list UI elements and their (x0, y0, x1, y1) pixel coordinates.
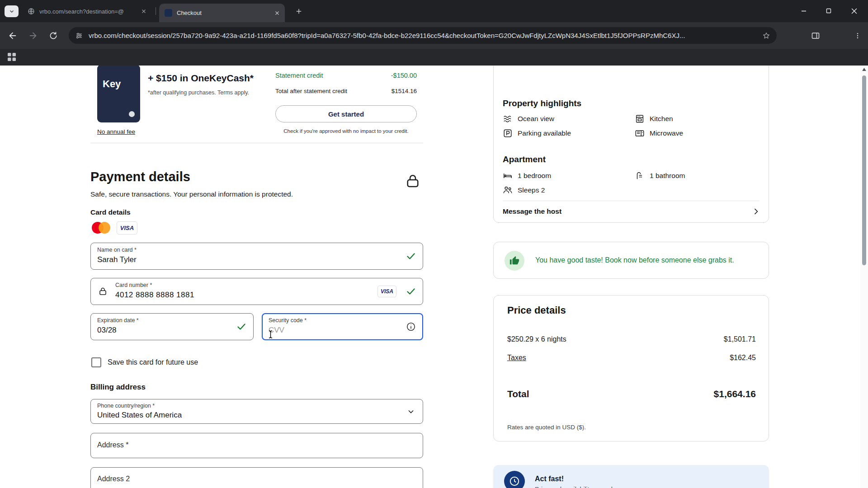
highlight-item: Ocean view (503, 114, 554, 124)
valid-check-icon (406, 251, 416, 262)
apartment-title: Apartment (503, 155, 546, 164)
good-taste-text: You have good taste! Book now before som… (535, 256, 734, 264)
side-panel-icon[interactable] (810, 30, 821, 42)
security-code-input[interactable] (269, 326, 368, 335)
scrollbar[interactable] (860, 66, 868, 488)
bookmarks-strip (0, 49, 868, 66)
expiration-date-input[interactable] (97, 326, 210, 335)
tab-vrbo-search[interactable]: vrbo.com/search?destination=@ (22, 4, 151, 19)
card-number-input[interactable] (115, 291, 332, 300)
price-row-value: $1,501.71 (724, 335, 756, 343)
card-details-label: Card details (90, 208, 131, 216)
act-fast-title: Act fast! (535, 475, 564, 483)
info-icon[interactable] (406, 322, 416, 332)
get-started-button[interactable]: Get started (275, 105, 417, 122)
thumbs-up-icon (509, 256, 519, 266)
scrollbar-thumb[interactable] (862, 75, 866, 265)
window-close-button[interactable] (844, 2, 863, 20)
mastercard-logo (90, 221, 111, 235)
valid-check-icon (406, 286, 416, 297)
price-row-label: $250.29 x 6 nights (507, 335, 566, 343)
name-on-card-label: Name on card * (97, 247, 137, 253)
card-number-field[interactable]: Card number * VISA (90, 278, 423, 305)
highlight-item: Parking available (503, 128, 571, 138)
save-card-label[interactable]: Save this card for future use (108, 358, 198, 366)
apartment-feature-label: 1 bedroom (518, 172, 551, 180)
scrollbar-up-arrow[interactable] (862, 68, 866, 71)
ocean-view-icon (503, 114, 513, 124)
thumbs-up-badge (505, 251, 524, 271)
tab-checkout[interactable]: Checkout (159, 4, 285, 22)
phone-country-label: Phone country/region * (97, 403, 155, 409)
name-on-card-field[interactable]: Name on card * (90, 243, 423, 270)
forward-button[interactable] (27, 30, 39, 42)
tab-title: vrbo.com/search?destination=@ (39, 8, 136, 15)
reload-button[interactable] (47, 30, 59, 42)
tab-search-button[interactable] (5, 5, 19, 17)
window-minimize-button[interactable] (794, 2, 813, 20)
highlight-item: Kitchen (635, 114, 673, 124)
visa-badge-text: VISA (381, 288, 393, 295)
payment-subtitle: Safe, secure transactions. Your personal… (90, 190, 293, 198)
window-maximize-button[interactable] (819, 2, 838, 20)
checkout-page: Key + $150 in OneKeyCash* *after qualify… (0, 66, 868, 488)
vrbo-favicon-icon (165, 9, 172, 17)
onekey-card-image: Key (97, 66, 140, 122)
price-row: $250.29 x 6 nights $1,501.71 (507, 335, 756, 343)
tab-title: Checkout (177, 9, 269, 16)
apartment-feature-label: Sleeps 2 (518, 186, 545, 194)
kitchen-icon (635, 114, 645, 124)
chevron-down-icon (406, 407, 415, 416)
rates-note: Rates are quoted in USD ($). (507, 424, 586, 431)
price-row: Taxes $162.45 (507, 354, 756, 362)
act-fast-subtitle: Price and availability may change (535, 486, 629, 488)
visa-badge: VISA (377, 286, 396, 297)
onekey-card-text: Key (103, 78, 121, 90)
browser-menu-button[interactable] (852, 30, 863, 42)
promo-terms: *after qualifying purchases. Terms apply… (148, 89, 249, 96)
back-button[interactable] (7, 30, 19, 42)
chevron-right-icon (751, 207, 760, 216)
apartment-feature: 1 bedroom (503, 171, 551, 181)
parking-icon (503, 128, 513, 138)
phone-country-select[interactable]: Phone country/region * United States of … (90, 399, 423, 424)
message-host-button[interactable]: Message the host (503, 207, 760, 216)
site-settings-icon[interactable] (75, 32, 83, 40)
lock-icon (98, 287, 108, 296)
url-text[interactable]: vrbo.com/checkout/session/257ba720-9a92-… (89, 32, 757, 39)
text-cursor-pointer (268, 330, 274, 339)
statement-credit-label: Statement credit (275, 72, 323, 79)
tab-close-icon[interactable] (273, 9, 281, 17)
secure-lock-icon (405, 173, 421, 189)
apartment-feature: Sleeps 2 (503, 185, 545, 195)
no-annual-fee-link[interactable]: No annual fee (97, 128, 135, 135)
browser-tab-bar: vrbo.com/search?destination=@ Checkout (0, 0, 868, 22)
card-number-label: Card number * (115, 282, 152, 288)
total-label: Total (507, 389, 529, 399)
security-code-field[interactable]: Security code * (262, 313, 423, 340)
bed-icon (503, 171, 513, 181)
plus-icon (295, 7, 303, 15)
address2-field[interactable]: Address 2 (90, 467, 423, 488)
new-tab-button[interactable] (294, 6, 304, 16)
payment-title: Payment details (90, 169, 190, 184)
phone-country-value: United States of America (97, 411, 182, 420)
name-on-card-input[interactable] (97, 255, 368, 264)
price-details-card: Price details $250.29 x 6 nights $1,501.… (493, 295, 769, 441)
save-card-checkbox[interactable] (91, 357, 101, 367)
apartment-feature-label: 1 bathroom (650, 172, 685, 180)
bookmark-star-icon[interactable] (762, 32, 770, 40)
address-field[interactable]: Address * (90, 433, 423, 458)
address-bar[interactable]: vrbo.com/checkout/session/257ba720-9a92-… (69, 27, 777, 44)
apps-grid-icon[interactable] (7, 52, 16, 61)
highlight-label: Microwave (650, 129, 683, 137)
expiration-date-label: Expiration date * (97, 317, 139, 324)
tab-close-icon[interactable] (140, 7, 148, 15)
clock-icon (509, 475, 520, 487)
taxes-link[interactable]: Taxes (507, 354, 526, 362)
visa-logo: VISA (117, 221, 137, 235)
section-divider (90, 143, 423, 143)
card-contactless-dot (129, 111, 135, 117)
expiration-date-field[interactable]: Expiration date * (90, 313, 254, 340)
tab-separator (156, 7, 156, 15)
